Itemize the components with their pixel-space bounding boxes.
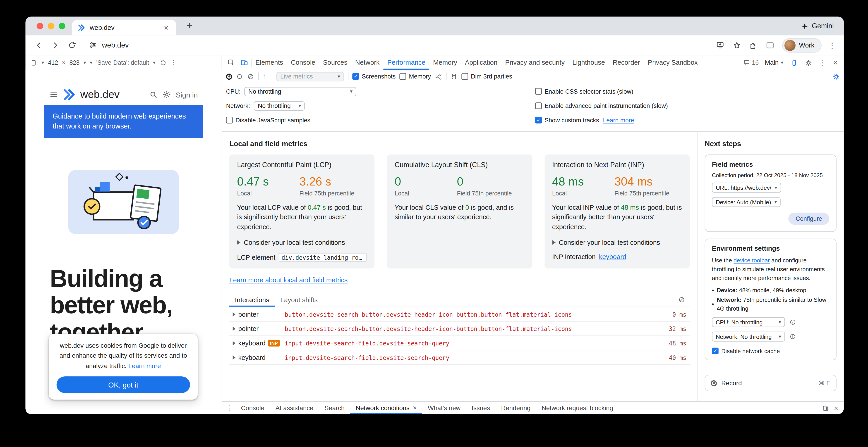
interaction-selector[interactable]: button.devsite-search-button.devsite-hea… — [285, 325, 652, 332]
cookie-learn-more-link[interactable]: Learn more — [128, 363, 161, 369]
checkbox[interactable] — [226, 117, 232, 123]
minimize-window-button[interactable] — [48, 23, 54, 29]
drawer-tab-console[interactable]: Console — [236, 402, 270, 414]
disable-network-cache-checkbox[interactable]: Disable network cache — [712, 348, 829, 354]
tab-recorder[interactable]: Recorder — [609, 56, 644, 70]
tab-privacy-sandbox[interactable]: Privacy Sandbox — [644, 56, 702, 70]
tab-elements[interactable]: Elements — [251, 56, 287, 70]
tab-memory[interactable]: Memory — [429, 56, 461, 70]
device-mode-active-icon[interactable] — [787, 59, 801, 66]
expand-arrow-icon[interactable] — [233, 355, 236, 360]
record-and-reload-icon[interactable] — [236, 73, 243, 80]
close-drawer-tab-icon[interactable]: × — [413, 404, 417, 412]
screenshots-checkbox[interactable]: Screenshots — [352, 73, 396, 80]
screen-rotation-icon[interactable] — [159, 59, 167, 66]
devtools-close-icon[interactable]: × — [829, 58, 841, 67]
tab-performance[interactable]: Performance — [383, 56, 429, 70]
network-throttling-select[interactable]: No throttling ▾ — [254, 101, 305, 111]
reload-button[interactable] — [64, 37, 80, 53]
paint-instrumentation-checkbox[interactable]: Enable advanced paint instrumentation (s… — [535, 102, 668, 109]
webdev-logo-icon[interactable] — [63, 88, 76, 101]
close-window-button[interactable] — [37, 23, 43, 29]
device-toolbar-kebab-icon[interactable]: ⋮ — [170, 59, 177, 66]
env-cpu-select[interactable]: CPU: No throttling ▾ — [712, 317, 785, 327]
tab-layout-shifts[interactable]: Layout shifts — [275, 293, 323, 307]
info-icon[interactable] — [789, 319, 796, 325]
checkbox[interactable] — [712, 348, 718, 354]
sign-in-button[interactable]: Sign in — [176, 91, 198, 99]
css-selector-stats-checkbox[interactable]: Enable CSS selector stats (slow) — [535, 88, 633, 95]
toggle-device-toolbar-icon[interactable] — [238, 56, 251, 70]
devtools-kebab-icon[interactable]: ⋮ — [816, 58, 828, 67]
extensions-puzzle-icon[interactable] — [746, 37, 762, 53]
clear-log-icon[interactable] — [678, 296, 690, 304]
interaction-row[interactable]: pointer button.devsite-search-button.dev… — [229, 322, 690, 336]
side-panel-icon[interactable] — [763, 37, 778, 53]
orientation-select-caret-icon[interactable]: ▾ — [90, 60, 92, 65]
field-url-select[interactable]: URL: https://web.dev/ ▾ — [712, 183, 781, 193]
inspect-element-icon[interactable] — [224, 56, 238, 70]
drawer-tab-whats-new[interactable]: What's new — [422, 402, 466, 414]
field-device-select[interactable]: Device: Auto (Mobile) ▾ — [712, 197, 781, 207]
capture-settings-gear-icon[interactable] — [833, 73, 840, 80]
record-button[interactable]: Record ⌘ E — [705, 375, 837, 391]
drawer-kebab-icon[interactable]: ⋮ — [224, 404, 236, 412]
omnibox[interactable]: web.dev — [89, 41, 712, 49]
close-drawer-icon[interactable]: × — [834, 404, 838, 412]
zoom-select-caret-icon[interactable]: ▾ — [84, 60, 86, 65]
drawer-tab-network-request-blocking[interactable]: Network request blocking — [536, 402, 619, 414]
network-conditions-icon[interactable] — [435, 73, 442, 80]
bookmark-star-icon[interactable] — [729, 37, 745, 53]
tab-interactions[interactable]: Interactions — [229, 293, 275, 307]
drawer-tab-search[interactable]: Search — [319, 402, 350, 414]
tab-application[interactable]: Application — [461, 56, 501, 70]
drawer-tab-ai-assistance[interactable]: AI assistance — [270, 402, 319, 414]
sliders-icon[interactable] — [450, 73, 458, 80]
dim-3rd-parties-checkbox[interactable]: Dim 3rd parties — [461, 73, 512, 80]
checkbox[interactable] — [400, 73, 406, 80]
cookie-accept-button[interactable]: OK, got it — [57, 376, 190, 393]
checkbox[interactable] — [461, 73, 468, 80]
save-data-select[interactable]: 'Save-Data': default — [96, 59, 149, 66]
chevron-down-icon[interactable]: ▾ — [42, 60, 44, 65]
clear-icon[interactable] — [247, 73, 254, 80]
device-dimensions-icon[interactable] — [31, 59, 38, 66]
search-icon[interactable] — [149, 90, 158, 99]
tab-console[interactable]: Console — [287, 56, 319, 70]
show-custom-tracks-checkbox[interactable]: Show custom tracks — [535, 117, 599, 123]
interaction-selector[interactable]: input.devsite-search-field.devsite-searc… — [285, 340, 652, 346]
disable-js-samples-checkbox[interactable]: Disable JavaScript samples — [226, 117, 310, 123]
dock-side-icon[interactable] — [822, 405, 830, 412]
browser-tab[interactable]: web.dev × — [72, 20, 176, 36]
checkbox[interactable] — [352, 73, 359, 80]
info-icon[interactable] — [789, 333, 796, 340]
interaction-row[interactable]: pointer button.devsite-search-button.dev… — [229, 307, 690, 322]
theme-toggle-sun-icon[interactable] — [162, 90, 172, 99]
install-app-icon[interactable] — [712, 37, 728, 53]
expand-arrow-icon[interactable] — [233, 326, 236, 331]
lcp-consider-disclosure[interactable]: Consider your local test conditions — [237, 239, 367, 246]
interaction-selector[interactable]: input.devsite-search-field.devsite-searc… — [285, 354, 652, 360]
tab-sources[interactable]: Sources — [319, 56, 351, 70]
new-tab-button[interactable]: + — [183, 21, 196, 32]
drawer-tab-network-conditions[interactable]: Network conditions × — [350, 402, 423, 414]
site-settings-tune-icon[interactable] — [89, 41, 97, 49]
inp-interaction-link[interactable]: keyboard — [599, 253, 626, 261]
interaction-row[interactable]: keyboardINP input.devsite-search-field.d… — [229, 336, 690, 351]
inp-consider-disclosure[interactable]: Consider your local test conditions — [552, 239, 682, 246]
console-messages-button[interactable]: 16 — [741, 59, 761, 66]
tab-close-icon[interactable]: × — [162, 23, 171, 32]
profile-chip[interactable]: Work — [782, 38, 822, 53]
drawer-tab-rendering[interactable]: Rendering — [496, 402, 536, 414]
custom-tracks-learn-more-link[interactable]: Learn more — [603, 117, 634, 123]
cpu-throttling-select[interactable]: No throttling ▾ — [245, 87, 356, 96]
zoom-window-button[interactable] — [59, 23, 65, 29]
checkbox[interactable] — [535, 117, 542, 123]
metrics-learn-more-link[interactable]: Learn more about local and field metrics — [229, 276, 347, 284]
lcp-element-link[interactable]: div.devsite-landing-row-item-d… — [279, 253, 367, 262]
record-icon[interactable] — [226, 73, 232, 79]
load-profile-icon[interactable]: ↑ — [262, 73, 266, 80]
tab-network[interactable]: Network — [351, 56, 383, 70]
device-toolbar-link[interactable]: device toolbar — [734, 257, 770, 263]
checkbox[interactable] — [535, 88, 542, 95]
